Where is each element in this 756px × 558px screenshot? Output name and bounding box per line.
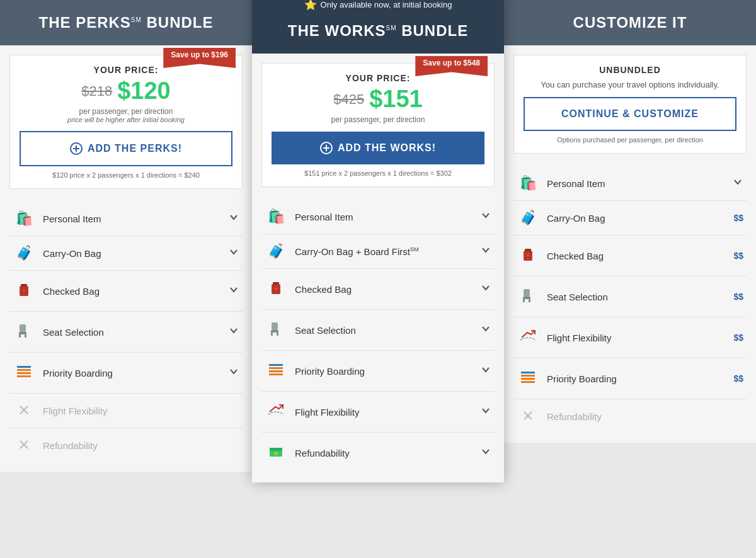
price-row: $425 $151 — [272, 86, 484, 113]
header-sm: sm — [131, 16, 142, 23]
feature-item[interactable]: Seat Selection — [9, 312, 243, 353]
feature-item: Seat Selection $$ — [513, 276, 747, 317]
chevron-icon — [480, 244, 491, 259]
star-icon: ⭐ — [304, 0, 317, 11]
feature-icon: 🛍️ — [13, 210, 35, 227]
feature-label: Refundability — [547, 411, 743, 422]
feature-item[interactable]: 🧳 Carry-On Bag + Board FirstSM — [261, 234, 495, 269]
continue-customize-button[interactable]: CONTINUE & CUSTOMIZE — [524, 97, 736, 131]
svg-rect-30 — [272, 322, 278, 330]
svg-text:$: $ — [275, 452, 277, 455]
feature-label: Personal Item — [295, 212, 472, 222]
feature-item[interactable]: 🧳 Carry-On Bag — [9, 236, 243, 271]
feature-item[interactable]: Checked Bag — [261, 269, 495, 310]
price-old: $218 — [81, 83, 112, 100]
chevron-icon — [228, 212, 239, 226]
feature-icon: 🧳 — [265, 243, 287, 259]
svg-rect-51 — [529, 299, 530, 302]
price-calc: $120 price x 2 passengers x 1 directions… — [20, 171, 232, 179]
feature-icon — [265, 360, 287, 382]
feature-price: $$ — [733, 213, 743, 223]
header-title: THE WORKSsm BUNDLE — [265, 22, 491, 40]
svg-rect-10 — [19, 332, 26, 334]
feature-item[interactable]: Checked Bag — [9, 271, 243, 312]
feature-item: Refundability — [9, 428, 243, 462]
svg-rect-32 — [271, 333, 273, 336]
feature-item: 🧳 Carry-On Bag $$ — [513, 201, 747, 236]
feature-item[interactable]: $ Refundability — [261, 433, 495, 473]
feature-item[interactable]: 🛍️ Personal Item — [9, 202, 243, 236]
feature-icon — [13, 321, 35, 343]
header-title: CUSTOMIZE IT — [517, 14, 743, 31]
feature-price: $$ — [733, 333, 743, 343]
add-bundle-button[interactable]: ADD THE WORKS! — [272, 132, 484, 164]
svg-rect-5 — [21, 284, 27, 286]
feature-item: Priority Boarding $$ — [513, 358, 747, 399]
feature-label: Seat Selection — [295, 325, 472, 336]
feature-label: Priority Boarding — [295, 366, 472, 377]
column-customize: CUSTOMIZE IT UNBUNDLED You can purchase … — [504, 0, 756, 443]
column-header: THE PERKSsm BUNDLE — [0, 0, 252, 45]
feature-item: Flight Flexibility — [9, 394, 243, 428]
chevron-icon — [228, 325, 239, 339]
per-passenger: per passenger, per direction — [272, 115, 484, 124]
feature-item[interactable]: 🛍️ Personal Item — [513, 166, 747, 201]
feature-label: Personal Item — [547, 178, 724, 189]
feature-label: Checked Bag — [295, 284, 472, 295]
availability-text: Only available now, at initial booking — [321, 0, 452, 9]
chevron-icon — [228, 284, 239, 299]
feature-icon: 🛍️ — [517, 175, 539, 191]
feature-icon: 🛍️ — [265, 208, 287, 225]
add-bundle-button[interactable]: ADD THE PERKS! — [20, 131, 232, 166]
feature-item[interactable]: Seat Selection — [261, 310, 495, 351]
feature-icon — [517, 285, 539, 308]
svg-rect-9 — [20, 324, 26, 332]
chevron-icon — [480, 282, 491, 297]
price-old: $425 — [333, 91, 364, 108]
availability-banner: ⭐ Only available now, at initial booking — [252, 0, 504, 16]
feature-item[interactable]: Priority Boarding — [261, 351, 495, 392]
svg-rect-16 — [17, 366, 31, 368]
chevron-icon — [480, 364, 491, 379]
feature-label: Carry-On Bag — [43, 248, 220, 259]
feature-item[interactable]: 🛍️ Personal Item — [261, 200, 495, 234]
feature-item: Refundability — [513, 399, 747, 433]
price-card: Save up to $196 YOUR PRICE: $218 $120 pe… — [9, 55, 243, 189]
feature-label: Carry-On Bag + Board FirstSM — [295, 246, 472, 257]
feature-label: Personal Item — [43, 214, 220, 224]
feature-icon: 🧳 — [517, 210, 539, 226]
feature-icon — [265, 278, 287, 300]
price-calc: Options purchased per passenger, per dir… — [524, 136, 736, 144]
chevron-icon — [480, 210, 491, 224]
column-header: THE WORKSsm BUNDLE — [252, 16, 504, 54]
features-list: 🛍️ Personal Item 🧳 Carry-On Bag $$ Check… — [504, 163, 756, 443]
price-note: price will be higher after initial booki… — [20, 116, 232, 123]
feature-icon — [265, 319, 287, 341]
features-list: 🛍️ Personal Item 🧳 Carry-On Bag + Board … — [252, 196, 504, 482]
svg-rect-14 — [17, 372, 31, 374]
feature-item: Flight Flexibility $$ — [513, 317, 747, 358]
svg-rect-55 — [521, 372, 535, 373]
svg-rect-12 — [25, 334, 26, 338]
feature-label: Checked Bag — [547, 251, 726, 261]
disabled-x-icon — [517, 408, 539, 424]
feature-label: Priority Boarding — [43, 368, 220, 379]
unbundled-title: UNBUNDLED — [524, 65, 736, 75]
column-works: ⭐ Only available now, at initial booking… — [252, 0, 504, 482]
price-card: Save up to $548 YOUR PRICE: $425 $151 pe… — [261, 63, 495, 187]
svg-rect-34 — [269, 367, 283, 369]
feature-price: $$ — [733, 373, 743, 384]
svg-rect-39 — [270, 448, 282, 451]
price-row: $218 $120 — [20, 77, 232, 105]
feature-item[interactable]: Flight Flexibility — [261, 392, 495, 433]
svg-rect-47 — [527, 254, 529, 256]
your-price-label: YOUR PRICE: — [272, 73, 484, 83]
svg-rect-48 — [524, 289, 530, 297]
feature-item[interactable]: Priority Boarding — [9, 353, 243, 394]
svg-rect-50 — [523, 299, 525, 302]
chevron-icon — [480, 323, 491, 338]
header-sm: sm — [386, 25, 397, 31]
unbundled-desc: You can purchase your travel options ind… — [524, 80, 736, 89]
feature-icon: 🧳 — [13, 245, 35, 261]
feature-price: $$ — [733, 251, 743, 261]
